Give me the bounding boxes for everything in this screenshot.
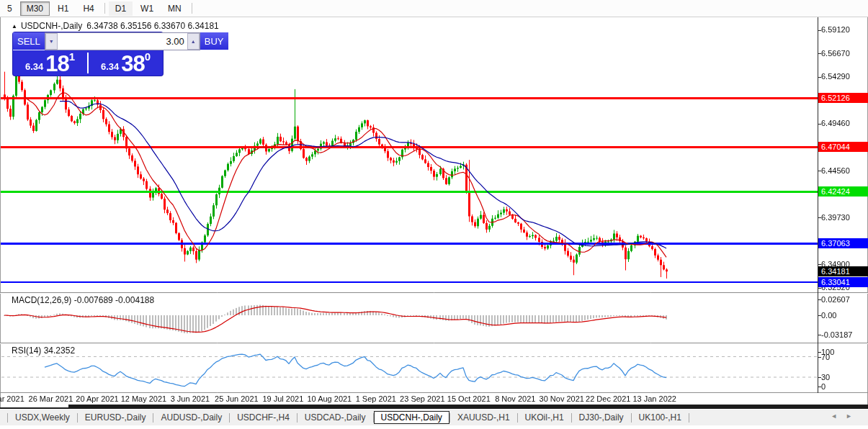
tab-scroll-arrows: ◄► (831, 412, 861, 420)
volume-increase-button[interactable]: ▲ (187, 33, 200, 50)
timeframe-d1[interactable]: D1 (109, 1, 133, 16)
chart-title: ▲USDCNH-,Daily6.34738 6.35156 6.33670 6.… (12, 21, 219, 31)
tab-separator (689, 413, 689, 423)
buy-price-sup: 0 (145, 52, 151, 62)
tab-eurusd-daily[interactable]: EURUSD-,Daily (78, 411, 153, 424)
up-arrow-icon: ▲ (191, 39, 196, 44)
tab-uk100-h1[interactable]: UK100-,H1 (632, 411, 689, 424)
rsi-label: RSI(14) 34.2352 (12, 346, 75, 356)
tab-usdcnh-daily[interactable]: USDCNH-,Daily (374, 411, 449, 424)
sell-price-big: 18 (45, 54, 68, 73)
toolbar-separator (104, 3, 105, 14)
tab-usdcad-daily[interactable]: USDCAD-,Daily (297, 411, 373, 424)
timeframe-mn[interactable]: MN (161, 1, 188, 16)
timeframe-w1[interactable]: W1 (134, 1, 160, 16)
buy-price[interactable]: 6.34380 (89, 50, 163, 76)
tab-scroll-right-icon[interactable]: ► (846, 412, 861, 420)
collapse-icon[interactable]: ▲ (12, 23, 17, 30)
timeframe-5[interactable]: 5 (1, 1, 19, 16)
tab-dj30-daily[interactable]: DJ30-,Daily (572, 411, 631, 424)
volume-input[interactable] (58, 33, 187, 50)
ohlc-values: 6.34738 6.35156 6.33670 6.34181 (86, 21, 219, 31)
timeframe-h4[interactable]: H4 (76, 1, 100, 16)
chart-tab-bar: USDX,WeeklyEURUSD-,DailyAUDUSD-,DailyUSD… (0, 410, 868, 425)
price-axis[interactable] (818, 17, 868, 392)
timeframe-m30[interactable]: M30 (20, 1, 50, 16)
symbol-period-label: USDCNH-,Daily (21, 21, 82, 31)
buy-button[interactable]: BUY (200, 32, 228, 50)
tab-scroll-left-icon[interactable]: ◄ (831, 412, 846, 420)
macd-values: -0.007689 -0.004188 (74, 295, 154, 305)
tab-xauusd-h1[interactable]: XAUUSD-,H1 (450, 411, 517, 424)
tab-audusd-daily[interactable]: AUDUSD-,Daily (153, 411, 229, 424)
sell-price-sup: 1 (69, 52, 75, 62)
macd-label: MACD(12,26,9) -0.007689 -0.004188 (12, 295, 154, 305)
buy-price-big: 38 (121, 54, 144, 73)
sell-button[interactable]: SELL (13, 32, 45, 50)
one-click-trading-panel: SELL ▼ ▲ BUY 6.34181 6.34380 (13, 32, 163, 76)
time-axis[interactable] (0, 393, 818, 405)
sell-price[interactable]: 6.34181 (13, 50, 87, 76)
down-arrow-icon: ▼ (49, 39, 54, 44)
tab-usdx-weekly[interactable]: USDX,Weekly (8, 411, 77, 424)
volume-decrease-button[interactable]: ▼ (45, 33, 58, 50)
rsi-name: RSI(14) (12, 346, 41, 356)
tab-usdchf-h4[interactable]: USDCHF-,H4 (230, 411, 297, 424)
toolbar-separator (192, 3, 192, 14)
tab-ukoil-h1[interactable]: UKOil-,H1 (518, 411, 571, 424)
timeframe-toolbar: 5M30H1H4D1W1MN (0, 0, 868, 17)
timeframe-h1[interactable]: H1 (51, 1, 75, 16)
buy-price-base: 6.34 (101, 60, 119, 73)
volume-stepper: ▼ ▲ (45, 32, 200, 50)
sell-price-base: 6.34 (25, 60, 43, 73)
rsi-value: 34.2352 (44, 346, 75, 356)
macd-name: MACD(12,26,9) (12, 295, 71, 305)
